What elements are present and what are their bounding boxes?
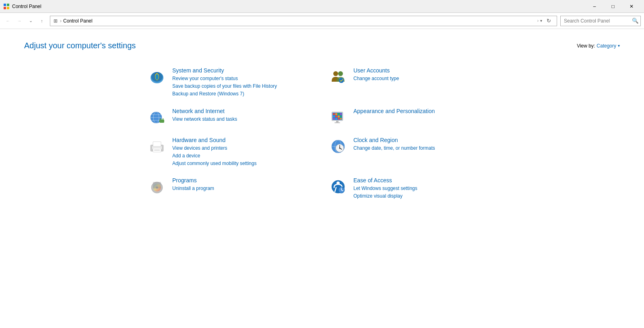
category-hardware-sound: Hardware and Sound View devices and prin…	[141, 132, 322, 173]
svg-rect-24	[338, 116, 340, 118]
svg-rect-15	[163, 118, 163, 120]
category-network-internet: Network and Internet View network status…	[141, 103, 322, 132]
svg-rect-0	[4, 4, 6, 6]
appearance-link[interactable]: Appearance and Personalization	[353, 108, 497, 114]
programs-icon	[147, 177, 167, 196]
svg-rect-20	[338, 113, 340, 115]
change-account-link[interactable]: Change account type	[353, 75, 497, 83]
category-clock-region: Clock and Region Change date, time, or n…	[322, 132, 503, 173]
svg-rect-34	[153, 142, 161, 146]
svg-rect-25	[340, 116, 342, 118]
system-security-icon	[147, 67, 167, 87]
svg-rect-28	[338, 118, 340, 120]
ease-access-link[interactable]: Ease of Access	[353, 177, 497, 184]
view-by-dropdown[interactable]: Category	[597, 43, 616, 49]
svg-point-7	[338, 71, 343, 76]
clock-region-icon	[328, 137, 348, 156]
network-internet-text: Network and Internet View network status…	[172, 108, 316, 123]
window-controls: – □ ✕	[585, 0, 641, 13]
optimize-display-link[interactable]: Optimize visual display	[353, 192, 497, 200]
user-accounts-text: User Accounts Change account type	[353, 67, 497, 83]
review-status-link[interactable]: Review your computer's status	[172, 75, 316, 83]
uninstall-link[interactable]: Uninstall a program	[172, 185, 316, 192]
svg-rect-18	[333, 113, 335, 115]
svg-rect-51	[153, 182, 161, 188]
view-by-control: View by: Category ▾	[577, 43, 620, 49]
user-accounts-icon	[328, 67, 348, 87]
network-internet-icon	[147, 108, 167, 127]
search-container: 🔍	[560, 16, 641, 26]
category-system-security: System and Security Review your computer…	[141, 62, 322, 103]
hardware-sound-link[interactable]: Hardware and Sound	[172, 137, 316, 143]
svg-rect-1	[7, 4, 9, 6]
programs-text: Programs Uninstall a program	[172, 177, 316, 192]
close-button[interactable]: ✕	[622, 0, 641, 13]
address-bar: ← → ⌄ ↑ ⊞ › Control Panel › ▾ ↻ 🔍	[0, 13, 644, 29]
backup-restore-link[interactable]: Backup and Restore (Windows 7)	[172, 90, 316, 98]
ease-access-icon	[328, 177, 348, 196]
appearance-text: Appearance and Personalization	[353, 108, 497, 116]
svg-rect-13	[159, 120, 164, 123]
programs-link[interactable]: Programs	[172, 177, 316, 184]
appearance-icon	[328, 108, 348, 127]
svg-rect-29	[340, 118, 342, 120]
restore-button[interactable]: □	[604, 0, 622, 13]
add-device-link[interactable]: Add a device	[172, 152, 316, 160]
svg-rect-26	[333, 118, 335, 120]
recent-locations-button[interactable]: ⌄	[26, 16, 35, 26]
hardware-sound-icon	[147, 137, 167, 156]
svg-rect-23	[335, 116, 337, 118]
category-ease-access: Ease of Access Let Windows suggest setti…	[322, 172, 503, 205]
svg-rect-21	[340, 113, 342, 115]
app-icon	[3, 3, 10, 10]
back-button[interactable]: ←	[3, 16, 13, 26]
page-title: Adjust your computer's settings	[24, 41, 136, 50]
up-button[interactable]: ↑	[37, 16, 47, 26]
user-accounts-link[interactable]: User Accounts	[353, 67, 497, 74]
svg-rect-35	[153, 148, 161, 152]
category-appearance: Appearance and Personalization	[322, 103, 503, 132]
view-by-arrow: ▾	[618, 43, 620, 48]
category-user-accounts: User Accounts Change account type	[322, 62, 503, 103]
clock-region-text: Clock and Region Change date, time, or n…	[353, 137, 497, 152]
categories-grid: System and Security Review your computer…	[141, 62, 503, 205]
svg-point-6	[333, 71, 338, 76]
refresh-button[interactable]: ↻	[544, 16, 553, 26]
window-title: Control Panel	[12, 4, 41, 9]
address-input[interactable]: ⊞ › Control Panel › ▾ ↻	[50, 16, 557, 26]
title-bar: Control Panel – □ ✕	[0, 0, 644, 13]
svg-rect-3	[7, 7, 9, 9]
system-security-text: System and Security Review your computer…	[172, 67, 316, 98]
svg-rect-31	[334, 122, 340, 123]
svg-rect-27	[335, 118, 337, 120]
hardware-sound-text: Hardware and Sound View devices and prin…	[172, 137, 316, 168]
search-input[interactable]	[561, 16, 630, 26]
network-status-link[interactable]: View network status and tasks	[172, 116, 316, 123]
view-by-label: View by:	[577, 43, 595, 49]
ease-access-text: Ease of Access Let Windows suggest setti…	[353, 177, 497, 200]
windows-suggest-link[interactable]: Let Windows suggest settings	[353, 185, 497, 192]
svg-rect-2	[4, 7, 6, 9]
svg-rect-14	[160, 118, 161, 120]
svg-rect-19	[335, 113, 337, 115]
svg-rect-30	[336, 121, 339, 122]
svg-rect-22	[333, 116, 335, 118]
devices-printers-link[interactable]: View devices and printers	[172, 144, 316, 152]
clock-region-link[interactable]: Clock and Region	[353, 137, 497, 143]
mobility-settings-link[interactable]: Adjust commonly used mobility settings	[172, 160, 316, 167]
minimize-button[interactable]: –	[585, 0, 604, 13]
main-content: Adjust your computer's settings View by:…	[0, 29, 644, 328]
forward-button[interactable]: →	[14, 16, 24, 26]
category-programs: Programs Uninstall a program	[141, 172, 322, 205]
system-security-link[interactable]: System and Security	[172, 67, 316, 74]
svg-point-45	[339, 147, 341, 149]
address-dropdown-button[interactable]: ▾	[539, 19, 544, 23]
address-path: Control Panel	[63, 18, 536, 24]
date-time-link[interactable]: Change date, time, or number formats	[353, 144, 497, 152]
network-internet-link[interactable]: Network and Internet	[172, 108, 316, 114]
search-button[interactable]: 🔍	[630, 16, 640, 26]
file-history-link[interactable]: Save backup copies of your files with Fi…	[172, 83, 316, 90]
page-header: Adjust your computer's settings View by:…	[24, 41, 620, 50]
